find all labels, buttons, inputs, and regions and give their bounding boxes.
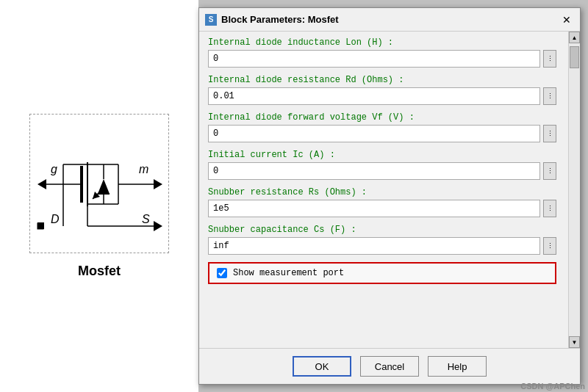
param-input-ic[interactable] <box>208 162 540 180</box>
param-row-cs: Snubber capacitance Cs (F) :⋮ <box>208 225 556 255</box>
param-row-rs: Snubber resistance Rs (Ohms) :⋮ <box>208 187 556 217</box>
svg-text:S: S <box>142 213 150 225</box>
block-params-dialog: S Block Parameters: Mosfet ✕ Internal di… <box>198 7 581 385</box>
dialog-icon: S <box>205 14 217 26</box>
close-button[interactable]: ✕ <box>559 12 574 27</box>
dialog-scroll-area[interactable]: Internal diode inductance Lon (H) :⋮Inte… <box>199 32 568 348</box>
scrollbar-down-button[interactable]: ▼ <box>569 336 580 348</box>
param-input-row-rs: ⋮ <box>208 200 556 217</box>
param-menu-btn-rd[interactable]: ⋮ <box>543 87 556 105</box>
scrollbar-up-button[interactable]: ▲ <box>569 32 580 43</box>
param-input-row-cs: ⋮ <box>208 237 556 255</box>
param-label-rs: Snubber resistance Rs (Ohms) : <box>208 187 556 197</box>
param-menu-btn-rs[interactable]: ⋮ <box>543 200 556 217</box>
param-input-row-ic: ⋮ <box>208 162 556 180</box>
param-menu-btn-ic[interactable]: ⋮ <box>543 162 556 180</box>
show-measurement-label: Show measurement port <box>233 268 344 278</box>
measurement-port-row: Show measurement port <box>208 262 556 284</box>
dialog-content: Internal diode inductance Lon (H) :⋮Inte… <box>199 32 580 348</box>
param-input-rs[interactable] <box>208 200 540 217</box>
param-input-lon[interactable] <box>208 50 540 68</box>
watermark: CSDN @APChen <box>520 382 585 391</box>
dialog-title-text: Block Parameters: Mosfet <box>221 14 339 25</box>
cancel-button[interactable]: Cancel <box>360 356 419 377</box>
param-row-lon: Internal diode inductance Lon (H) :⋮ <box>208 37 556 68</box>
svg-text:g: g <box>51 163 57 175</box>
dialog-title-left: S Block Parameters: Mosfet <box>205 14 339 26</box>
gate-arrow <box>37 179 46 189</box>
dialog-titlebar: S Block Parameters: Mosfet ✕ <box>199 8 580 32</box>
param-input-rd[interactable] <box>208 87 540 105</box>
param-row-ic: Initial current Ic (A) :⋮ <box>208 150 556 180</box>
param-row-vf: Internal diode forward voltage Vf (V) :⋮ <box>208 112 556 142</box>
param-menu-btn-vf[interactable]: ⋮ <box>543 125 556 142</box>
svg-marker-22 <box>154 221 162 231</box>
param-label-cs: Snubber capacitance Cs (F) : <box>208 225 556 235</box>
svg-text:m: m <box>139 163 148 175</box>
mosfet-title: Mosfet <box>78 264 121 279</box>
param-menu-btn-cs[interactable]: ⋮ <box>543 237 556 255</box>
scrollbar-thumb[interactable] <box>570 46 579 68</box>
scrollbar-track[interactable]: ▲ ▼ <box>568 32 580 348</box>
param-label-rd: Internal diode resistance Rd (Ohms) : <box>208 75 556 85</box>
dialog-footer: OK Cancel Help <box>199 348 580 384</box>
ok-button[interactable]: OK <box>293 356 351 377</box>
param-label-lon: Internal diode inductance Lon (H) : <box>208 37 556 48</box>
param-row-rd: Internal diode resistance Rd (Ohms) :⋮ <box>208 75 556 105</box>
mosfet-diagram: g m D <box>29 114 169 253</box>
param-input-row-vf: ⋮ <box>208 125 556 142</box>
param-input-cs[interactable] <box>208 237 540 255</box>
svg-rect-27 <box>37 222 44 229</box>
param-input-row-lon: ⋮ <box>208 50 556 68</box>
params-container: Internal diode inductance Lon (H) :⋮Inte… <box>208 37 556 255</box>
param-input-row-rd: ⋮ <box>208 87 556 105</box>
svg-text:D: D <box>51 213 60 225</box>
param-menu-btn-lon[interactable]: ⋮ <box>543 50 556 68</box>
param-label-vf: Internal diode forward voltage Vf (V) : <box>208 112 556 123</box>
help-button[interactable]: Help <box>428 356 487 377</box>
param-input-vf[interactable] <box>208 125 540 142</box>
svg-marker-9 <box>154 179 162 189</box>
param-label-ic: Initial current Ic (A) : <box>208 150 556 160</box>
show-measurement-checkbox[interactable] <box>217 268 227 278</box>
canvas-area: g m D <box>0 0 198 392</box>
